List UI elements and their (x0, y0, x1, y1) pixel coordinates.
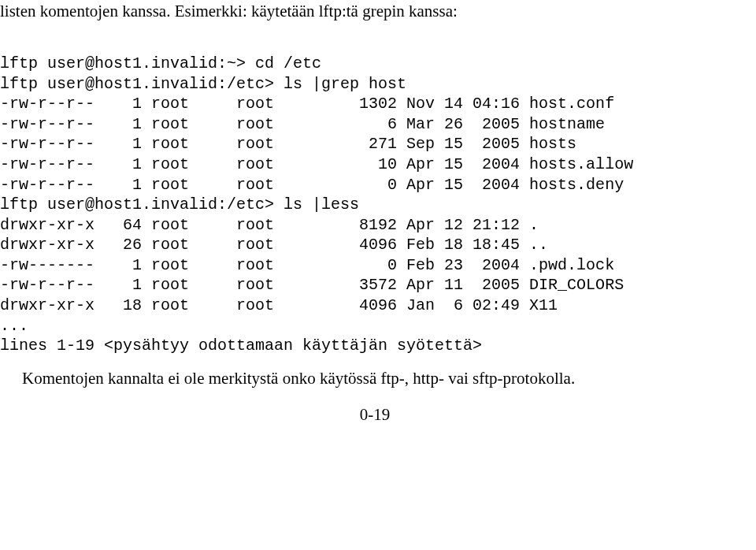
terminal-line: ... (0, 317, 28, 335)
terminal-line: lftp user@host1.invalid:/etc> ls |less (0, 195, 359, 214)
terminal-line: lftp user@host1.invalid:/etc> ls |grep h… (0, 75, 406, 93)
terminal-line: -rw-r--r-- 1 root root 10 Apr 15 2004 ho… (0, 155, 633, 173)
page-number: 0-19 (0, 403, 750, 426)
terminal-line: -rw-r--r-- 1 root root 0 Apr 15 2004 hos… (0, 176, 624, 194)
terminal-line: -rw------- 1 root root 0 Feb 23 2004 .pw… (0, 256, 614, 274)
terminal-line: -rw-r--r-- 1 root root 271 Sep 15 2005 h… (0, 135, 576, 153)
terminal-line: -rw-r--r-- 1 root root 3572 Apr 11 2005 … (0, 276, 624, 294)
terminal-line: -rw-r--r-- 1 root root 6 Mar 26 2005 hos… (0, 115, 605, 133)
terminal-line: -rw-r--r-- 1 root root 1302 Nov 14 04:16… (0, 95, 614, 113)
terminal-line: drwxr-xr-x 26 root root 4096 Feb 18 18:4… (0, 236, 548, 254)
terminal-line: drwxr-xr-x 18 root root 4096 Jan 6 02:49… (0, 296, 558, 314)
document-page: listen komentojen kanssa. Esimerkki: käy… (0, 0, 756, 426)
intro-text: listen komentojen kanssa. Esimerkki: käy… (0, 0, 750, 22)
terminal-line: lftp user@host1.invalid:~> cd /etc (0, 54, 321, 72)
terminal-line: lines 1-19 <pysähtyy odottamaan käyttäjä… (0, 336, 482, 355)
outro-text: Komentojen kannalta ei ole merkitystä on… (0, 367, 750, 389)
terminal-line: drwxr-xr-x 64 root root 8192 Apr 12 21:1… (0, 216, 539, 234)
terminal-block: lftp user@host1.invalid:~> cd /etc lftp … (0, 33, 750, 356)
